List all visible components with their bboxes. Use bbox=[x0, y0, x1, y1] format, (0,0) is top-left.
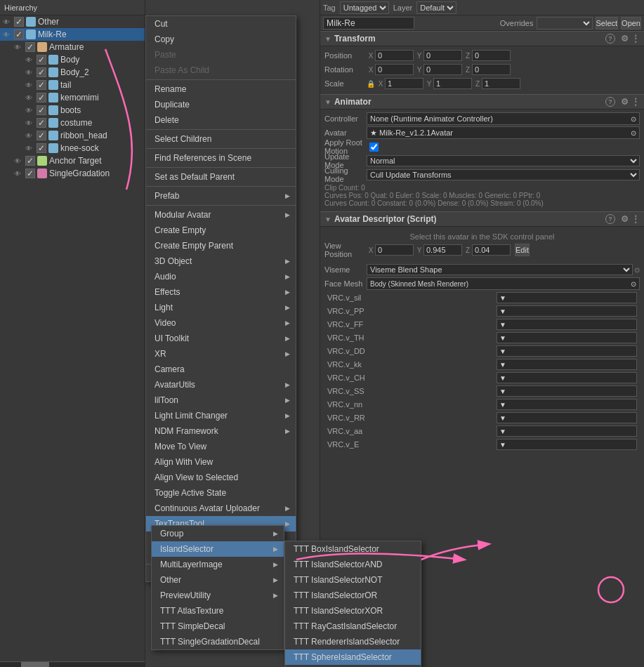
vrc-dropdown-ch[interactable]: ▼ bbox=[497, 372, 637, 383]
eye-icon-knee[interactable]: 👁 bbox=[25, 145, 35, 152]
animator-update-mode-select[interactable]: Normal bbox=[367, 155, 640, 166]
tag-dropdown[interactable]: Untagged bbox=[340, 1, 389, 14]
view-pos-y[interactable] bbox=[423, 244, 462, 256]
checkbox-body2[interactable]: ✓ bbox=[37, 67, 46, 77]
submenu-is-sphere[interactable]: TTT SphereIslandSelector bbox=[285, 649, 421, 665]
eye-icon-costume[interactable]: 👁 bbox=[25, 119, 35, 127]
submenu-is-raycast[interactable]: TTT RayCastIslandSelector bbox=[285, 619, 421, 634]
animator-apply-root-motion-checkbox[interactable] bbox=[369, 143, 379, 152]
checkbox-boots[interactable]: ✓ bbox=[37, 105, 46, 115]
transform-scale-y[interactable] bbox=[433, 78, 472, 89]
menu-item-liltoon[interactable]: lilToon bbox=[146, 392, 296, 408]
submenu-ttt-multi-layer-image[interactable]: MultiLayerImage bbox=[152, 557, 284, 572]
transform-scale-z[interactable] bbox=[482, 78, 520, 89]
eye-icon-kemomimi[interactable]: 👁 bbox=[25, 94, 35, 102]
menu-item-duplicate[interactable]: Duplicate bbox=[146, 97, 296, 112]
menu-item-find-references[interactable]: Find References in Scene bbox=[146, 150, 296, 166]
hierarchy-item-other[interactable]: 👁 ✓ Other bbox=[0, 15, 145, 28]
menu-item-continuous-avatar-uploader[interactable]: Continuous Avatar Uploader bbox=[146, 501, 296, 516]
menu-item-set-default-parent[interactable]: Set as Default Parent bbox=[146, 169, 296, 185]
menu-item-avatar-utils[interactable]: AvatarUtils bbox=[146, 377, 296, 392]
submenu-ttt-simple-decal[interactable]: TTT SimpleDecal bbox=[152, 619, 284, 634]
menu-item-paste-as-child[interactable]: Paste As Child bbox=[146, 62, 296, 78]
viseme-circle[interactable]: ⊙ bbox=[634, 266, 640, 274]
vrc-dropdown-th[interactable]: ▼ bbox=[497, 332, 637, 343]
checkbox-costume[interactable]: ✓ bbox=[37, 118, 46, 128]
vrc-dropdown-sil[interactable]: ▼ bbox=[497, 292, 637, 303]
hierarchy-scrollbar[interactable] bbox=[0, 661, 145, 667]
hierarchy-item-costume[interactable]: 👁 ✓ costume bbox=[0, 117, 145, 129]
menu-item-light-limit-changer[interactable]: Light Limit Changer bbox=[146, 408, 296, 423]
submenu-ttt-group[interactable]: Group bbox=[152, 526, 284, 541]
animator-avatar-circle[interactable]: ⊙ bbox=[631, 129, 636, 137]
menu-item-create-empty-parent[interactable]: Create Empty Parent bbox=[146, 238, 296, 253]
animator-culling-mode-select[interactable]: Cull Update Transforms bbox=[367, 169, 640, 180]
animator-gear-icon[interactable]: ⚙ bbox=[621, 97, 629, 107]
vrc-dropdown-rr[interactable]: ▼ bbox=[497, 412, 637, 423]
submenu-is-or[interactable]: TTT IslandSelectorOR bbox=[285, 588, 421, 603]
view-pos-z[interactable] bbox=[472, 244, 511, 256]
vrc-dropdown-kk[interactable]: ▼ bbox=[497, 359, 637, 370]
face-renderer-dropdown[interactable]: Body (Skinned Mesh Renderer) ⊙ bbox=[367, 277, 640, 290]
animator-help-icon[interactable]: ? bbox=[605, 97, 615, 107]
animator-avatar-dropdown[interactable]: ★ Milk-Re_v1.2.1Avatar ⊙ bbox=[367, 126, 640, 139]
hierarchy-item-body2[interactable]: 👁 ✓ Body_2 bbox=[0, 66, 145, 79]
transform-gear-icon[interactable]: ⚙ bbox=[621, 34, 629, 44]
menu-item-create-empty[interactable]: Create Empty bbox=[146, 223, 296, 238]
avatar-descriptor-more-icon[interactable]: ⋮ bbox=[631, 214, 640, 224]
animator-collapse-icon[interactable]: ▼ bbox=[324, 98, 331, 106]
hierarchy-item-singlegradation[interactable]: 👁 ✓ SingleGradation bbox=[0, 167, 145, 180]
menu-item-xr[interactable]: XR bbox=[146, 346, 296, 362]
animator-controller-circle[interactable]: ⊙ bbox=[631, 115, 636, 123]
checkbox-tail[interactable]: ✓ bbox=[37, 80, 46, 90]
layer-dropdown[interactable]: Default bbox=[416, 1, 456, 14]
menu-item-move-to-view[interactable]: Move To View bbox=[146, 439, 296, 454]
transform-collapse-icon[interactable]: ▼ bbox=[324, 35, 331, 43]
checkbox-singlegradation[interactable]: ✓ bbox=[25, 169, 35, 178]
submenu-is-and[interactable]: TTT IslandSelectorAND bbox=[285, 557, 421, 572]
menu-item-audio[interactable]: Audio bbox=[146, 269, 296, 284]
submenu-ttt-single-gradation-decal[interactable]: TTT SingleGradationDecal bbox=[152, 634, 284, 649]
menu-item-prefab[interactable]: Prefab bbox=[146, 188, 296, 204]
checkbox-milkre[interactable]: ✓ bbox=[14, 29, 24, 39]
animator-controller-dropdown[interactable]: None (Runtime Animator Controller) ⊙ bbox=[367, 112, 640, 125]
hierarchy-item-kemomimi[interactable]: 👁 ✓ kemomimi bbox=[0, 91, 145, 104]
menu-item-3d-object[interactable]: 3D Object bbox=[146, 253, 296, 269]
transform-pos-y[interactable] bbox=[423, 50, 462, 61]
hierarchy-item-body[interactable]: 👁 ✓ Body bbox=[0, 53, 145, 66]
checkbox-other[interactable]: ✓ bbox=[14, 17, 24, 27]
hierarchy-item-ribbon[interactable]: 👁 ✓ ribbon_head bbox=[0, 129, 145, 142]
submenu-is-not[interactable]: TTT IslandSelectorNOT bbox=[285, 572, 421, 588]
checkbox-anchor[interactable]: ✓ bbox=[25, 156, 35, 166]
transform-pos-z[interactable] bbox=[472, 50, 511, 61]
hierarchy-item-boots[interactable]: 👁 ✓ boots bbox=[0, 104, 145, 117]
transform-rot-x[interactable] bbox=[375, 64, 414, 75]
menu-item-modular-avatar[interactable]: Modular Avatar bbox=[146, 207, 296, 223]
menu-item-paste[interactable]: Paste bbox=[146, 47, 296, 62]
avatar-descriptor-gear-icon[interactable]: ⚙ bbox=[621, 214, 629, 224]
menu-item-ndm-framework[interactable]: NDM Framework bbox=[146, 423, 296, 439]
viseme-select[interactable]: Viseme Blend Shape bbox=[367, 264, 633, 275]
submenu-is-xor[interactable]: TTT IslandSelectorXOR bbox=[285, 603, 421, 619]
eye-icon-other[interactable]: 👁 bbox=[3, 18, 13, 26]
menu-item-select-children[interactable]: Select Children bbox=[146, 131, 296, 147]
face-renderer-circle[interactable]: ⊙ bbox=[631, 280, 636, 288]
submenu-ttt-island-selector[interactable]: IslandSelector bbox=[152, 541, 284, 557]
hierarchy-item-milkre[interactable]: 👁 ✓ Milk-Re bbox=[0, 28, 145, 41]
menu-item-copy[interactable]: Copy bbox=[146, 32, 296, 47]
avatar-descriptor-collapse-icon[interactable]: ▼ bbox=[324, 216, 331, 223]
menu-item-ui-toolkit[interactable]: UI Toolkit bbox=[146, 331, 296, 346]
menu-item-align-with-view[interactable]: Align With View bbox=[146, 454, 296, 470]
menu-item-effects[interactable]: Effects bbox=[146, 284, 296, 300]
menu-item-light[interactable]: Light bbox=[146, 300, 296, 315]
eye-icon-body[interactable]: 👁 bbox=[25, 56, 35, 64]
eye-icon-anchor[interactable]: 👁 bbox=[14, 157, 24, 165]
transform-scale-x[interactable] bbox=[385, 78, 423, 89]
eye-icon-body2[interactable]: 👁 bbox=[25, 69, 35, 77]
vrc-dropdown-ss[interactable]: ▼ bbox=[497, 385, 637, 397]
eye-icon-armature[interactable]: 👁 bbox=[14, 44, 24, 51]
eye-icon-boots[interactable]: 👁 bbox=[25, 107, 35, 114]
menu-item-cut[interactable]: Cut bbox=[146, 16, 296, 32]
hierarchy-item-anchor[interactable]: 👁 ✓ Anchor Target bbox=[0, 154, 145, 167]
eye-icon-milkre[interactable]: 👁 bbox=[3, 31, 13, 39]
